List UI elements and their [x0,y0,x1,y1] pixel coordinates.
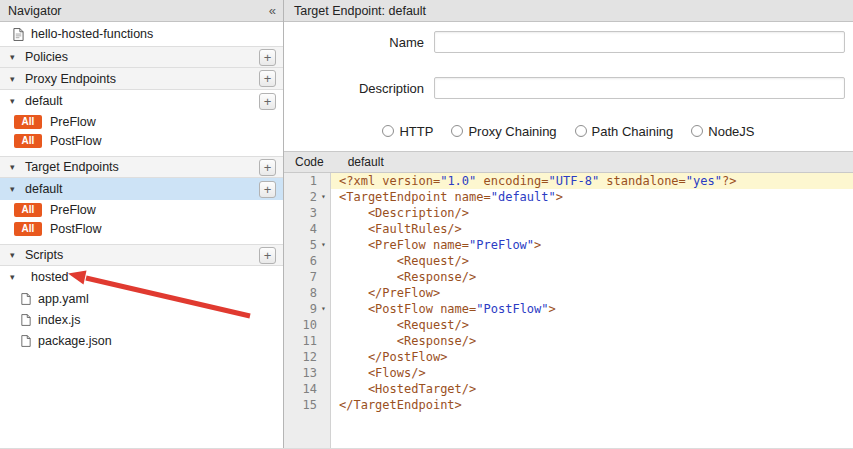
code-fold-icon[interactable] [317,221,330,237]
code-doc-name: default [348,155,384,169]
code-fold-icon[interactable] [317,253,330,269]
script-file-app-yaml[interactable]: app.yaml [0,288,283,309]
tree-item-proxy-bundle[interactable]: hello-hosted-functions [0,22,283,46]
radio-nodejs[interactable]: NodeJS [691,124,754,139]
description-input[interactable] [434,77,845,99]
gutter-line-number[interactable]: 9▾ [284,301,330,317]
code-panel-header: Code default [284,151,853,173]
add-script-button[interactable]: + [259,247,276,264]
proxy-preflow-item[interactable]: All PreFlow [0,112,283,131]
gutter-line-number[interactable]: 10 [284,317,330,333]
target-postflow-item[interactable]: All PostFlow [0,219,283,238]
code-line[interactable]: <?xml version="1.0" encoding="UTF-8" sta… [331,173,853,189]
script-file-package-json[interactable]: package.json [0,330,283,351]
flow-condition-badge: All [14,134,42,148]
disclosure-triangle-icon[interactable]: ▾ [10,96,19,106]
code-line[interactable]: <Response/> [339,333,853,349]
disclosure-triangle-icon[interactable]: ▾ [10,184,19,194]
navigator-title: Navigator [8,4,269,18]
code-fold-icon[interactable]: ▾ [317,237,330,253]
disclosure-triangle-icon[interactable]: ▾ [10,250,19,260]
code-line[interactable]: <PostFlow name="PostFlow"> [339,301,853,317]
section-scripts-label: Scripts [25,248,259,262]
detail-header-title: Target Endpoint: default [294,4,845,18]
proxy-endpoint-name: default [25,94,259,108]
gutter-line-number[interactable]: 4 [284,221,330,237]
target-endpoint-name: default [25,182,259,196]
add-policy-button[interactable]: + [259,49,276,66]
code-fold-icon[interactable] [317,381,330,397]
add-proxy-flow-button[interactable]: + [259,93,276,110]
radio-button-icon[interactable] [451,125,463,137]
gutter-line-number[interactable]: 13 [284,365,330,381]
code-lines[interactable]: <?xml version="1.0" encoding="UTF-8" sta… [331,173,853,448]
code-line[interactable]: </PreFlow> [339,285,853,301]
code-tab-label[interactable]: Code [295,155,324,169]
gutter-line-number[interactable]: 1 [284,173,330,189]
proxy-endpoint-default[interactable]: ▾ default + [0,90,283,112]
flow-condition-badge: All [14,115,42,129]
scripts-folder-hosted[interactable]: ▾ hosted [0,266,283,288]
code-fold-icon[interactable] [317,397,330,413]
target-preflow-item[interactable]: All PreFlow [0,200,283,219]
file-icon [21,293,31,305]
code-fold-icon[interactable] [317,285,330,301]
code-line[interactable]: <HostedTarget/> [339,381,853,397]
add-target-endpoint-button[interactable]: + [259,159,276,176]
section-policies[interactable]: ▾ Policies + [0,46,283,68]
radio-button-icon[interactable] [575,125,587,137]
code-line[interactable]: <Request/> [339,317,853,333]
gutter-line-number[interactable]: 3 [284,205,330,221]
code-fold-icon[interactable] [317,365,330,381]
collapse-panel-icon[interactable]: « [269,3,275,18]
gutter-line-number[interactable]: 5▾ [284,237,330,253]
code-fold-icon[interactable] [317,269,330,285]
code-line[interactable]: <PreFlow name="PreFlow"> [339,237,853,253]
section-policies-label: Policies [25,50,259,64]
code-fold-icon[interactable] [317,205,330,221]
radio-http[interactable]: HTTP [382,124,433,139]
gutter-line-number[interactable]: 8 [284,285,330,301]
code-fold-icon[interactable]: ▾ [317,301,330,317]
code-line[interactable]: <TargetEndpoint name="default"> [339,189,853,205]
section-target-endpoints[interactable]: ▾ Target Endpoints + [0,156,283,178]
add-proxy-endpoint-button[interactable]: + [259,70,276,87]
gutter-line-number[interactable]: 11 [284,333,330,349]
file-icon [21,314,31,326]
script-file-index-js[interactable]: index.js [0,309,283,330]
code-fold-icon[interactable] [317,173,330,189]
code-fold-icon[interactable] [317,333,330,349]
add-target-flow-button[interactable]: + [259,181,276,198]
gutter-line-number[interactable]: 6 [284,253,330,269]
gutter-line-number[interactable]: 12 [284,349,330,365]
code-line[interactable]: <Flows/> [339,365,853,381]
code-fold-icon[interactable]: ▾ [317,189,330,205]
flow-label: PostFlow [50,134,101,148]
name-input[interactable] [434,31,845,53]
section-scripts[interactable]: ▾ Scripts + [0,244,283,266]
target-endpoint-default[interactable]: ▾ default + [0,178,283,200]
section-proxy-endpoints[interactable]: ▾ Proxy Endpoints + [0,68,283,90]
gutter-line-number[interactable]: 14 [284,381,330,397]
radio-button-icon[interactable] [691,125,703,137]
code-line[interactable]: </TargetEndpoint> [339,397,853,413]
code-line[interactable]: <Description/> [339,205,853,221]
disclosure-triangle-icon[interactable]: ▾ [10,52,19,62]
disclosure-triangle-icon[interactable]: ▾ [10,162,19,172]
radio-proxy-chaining[interactable]: Proxy Chaining [451,124,556,139]
code-fold-icon[interactable] [317,349,330,365]
proxy-postflow-item[interactable]: All PostFlow [0,131,283,150]
code-line[interactable]: <FaultRules/> [339,221,853,237]
disclosure-triangle-icon[interactable]: ▾ [10,74,19,84]
radio-path-chaining[interactable]: Path Chaining [575,124,674,139]
code-editor[interactable]: 12▾345▾6789▾101112131415 <?xml version="… [284,173,853,448]
code-line[interactable]: <Response/> [339,269,853,285]
code-line[interactable]: </PostFlow> [339,349,853,365]
code-fold-icon[interactable] [317,317,330,333]
radio-button-icon[interactable] [382,125,394,137]
gutter-line-number[interactable]: 15 [284,397,330,413]
gutter-line-number[interactable]: 2▾ [284,189,330,205]
code-line[interactable]: <Request/> [339,253,853,269]
gutter-line-number[interactable]: 7 [284,269,330,285]
disclosure-triangle-icon[interactable]: ▾ [10,272,19,282]
